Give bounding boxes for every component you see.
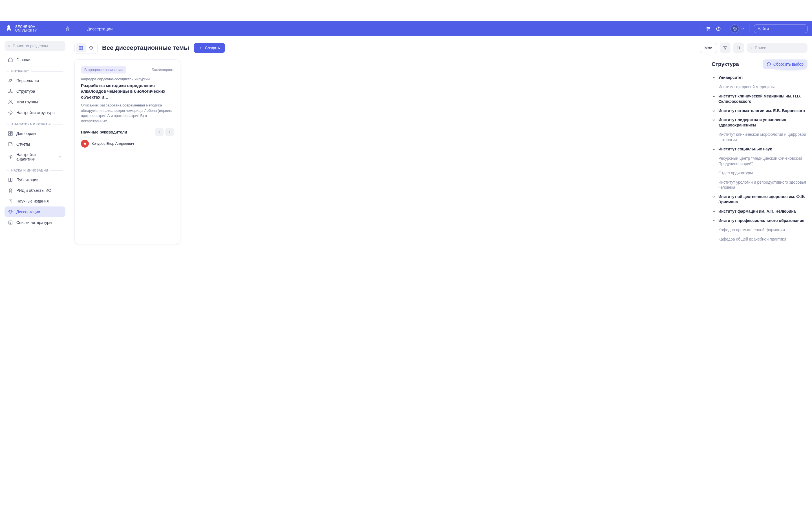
nav-label: Персоналии [16, 78, 39, 83]
tree-item[interactable]: Кафедра общей врачебной практики [712, 235, 808, 244]
mine-filter-button[interactable]: Мои [700, 43, 717, 53]
view-toggle [74, 42, 98, 54]
nav-bibliography[interactable]: Списки литературы [4, 217, 65, 228]
create-button[interactable]: Создать [194, 43, 225, 53]
app-header: SECHENOV UNIVERSITY Диссертации [0, 21, 812, 36]
svg-point-41 [751, 47, 752, 48]
nav-my-groups[interactable]: Мои группы [4, 97, 65, 107]
help-icon[interactable] [716, 26, 721, 32]
settings-sliders-icon[interactable] [705, 26, 711, 32]
nav-home[interactable]: Главная [4, 54, 65, 65]
tree-item[interactable]: Институт цифровой медицины [712, 82, 808, 92]
sidebar-search-input[interactable] [13, 44, 62, 48]
sidebar-search[interactable] [4, 41, 65, 51]
tree-label: Институт общественного здоровья им. Ф.Ф.… [718, 194, 808, 205]
nav-label: Настройки аналитики [16, 152, 55, 161]
tree-item[interactable]: Отдел ординатуры [712, 168, 808, 178]
pin-icon[interactable] [65, 26, 70, 31]
svg-point-10 [718, 30, 719, 30]
svg-point-19 [11, 79, 12, 80]
nav-label: Диссертации [16, 210, 40, 214]
chevron-up-icon [712, 75, 716, 80]
filter-button[interactable] [720, 43, 730, 53]
svg-point-21 [8, 92, 9, 93]
tree-item[interactable]: Ресурсный центр "Медицинский Сеченовский… [712, 154, 808, 168]
supervisor-prev-button[interactable] [155, 128, 163, 136]
user-menu[interactable] [730, 24, 745, 33]
tree-label: Отдел ординатуры [718, 170, 753, 176]
tree-item[interactable]: Институт лидерства и управления здравоох… [712, 115, 808, 130]
gear-icon [8, 110, 13, 115]
svg-point-25 [10, 112, 11, 114]
chevron-right-icon [167, 130, 171, 134]
award-icon [8, 188, 13, 193]
tree-label: Институт урологии и репродуктивного здор… [718, 180, 808, 190]
reset-icon [767, 62, 771, 66]
structure-panel: Структура Сбросить выбор Университет Инс… [712, 59, 808, 244]
tree-item[interactable]: Институт урологии и репродуктивного здор… [712, 178, 808, 192]
svg-point-16 [8, 45, 10, 47]
tree-item[interactable]: Институт клинической морфологии и цифров… [712, 130, 808, 145]
tree-item[interactable]: Институт фармации им. А.П. Нелюбина [712, 207, 808, 216]
svg-rect-26 [8, 131, 10, 133]
nav-dissertations[interactable]: Диссертации [4, 207, 65, 217]
nav-label: Главная [16, 57, 31, 62]
chevron-down-icon [712, 118, 716, 122]
svg-rect-27 [11, 131, 12, 133]
nav-dashboards[interactable]: Дашборды [4, 128, 65, 139]
supervisor[interactable]: Кочуров Егор Андреевич [81, 140, 174, 148]
tree-item[interactable]: Институт социальных наук [712, 145, 808, 154]
tree-item[interactable]: Институт клинической медицины им. Н.В. С… [712, 92, 808, 106]
supervisor-next-button[interactable] [165, 128, 174, 136]
journal-icon [8, 199, 13, 204]
nav-structure-settings[interactable]: Настройки структуры [4, 107, 65, 118]
logo-icon [4, 24, 13, 33]
nav-structure[interactable]: Структура [4, 86, 65, 97]
svg-point-12 [733, 27, 736, 30]
tree-label: Университет [718, 75, 743, 80]
tree-label: Институт клинической медицины им. Н.В. С… [718, 94, 808, 104]
tree-root[interactable]: Университет [712, 73, 808, 82]
nav-personalii[interactable]: Персоналии [4, 75, 65, 86]
nav-section-science: НАУКА И ИННОВАЦИИ [4, 169, 65, 172]
main-search-input[interactable] [755, 46, 804, 50]
sort-button[interactable] [733, 43, 744, 53]
nav-label: Мои группы [16, 100, 38, 104]
structure-title: Структура [712, 61, 739, 67]
dissertation-card[interactable]: В процессе написания Бакалавриат Кафедра… [74, 59, 180, 244]
tree-item[interactable]: Кафедра промышленной фармации [712, 225, 808, 235]
tree-label: Кафедра общей врачебной практики [718, 237, 786, 242]
nav-label: Научные издания [16, 199, 49, 203]
nav-analytics-settings[interactable]: Настройки аналитики [4, 150, 65, 164]
nav-reports[interactable]: Отчеты [4, 139, 65, 150]
tree-label: Институт лидерства и управления здравоох… [718, 117, 808, 128]
nav-journals[interactable]: Научные издания [4, 196, 65, 207]
logo-line2: UNIVERSITY [15, 29, 37, 33]
chevron-down-icon [741, 27, 745, 31]
create-label: Создать [205, 46, 220, 50]
global-search-input[interactable] [758, 26, 807, 31]
star-icon [83, 142, 87, 146]
view-list-button[interactable] [86, 43, 96, 52]
tree-item[interactable]: Институт стоматологии им. Е.В. Боровског… [712, 106, 808, 115]
main-content: Все диссертационные темы Создать Мои [70, 36, 812, 507]
main-search[interactable] [747, 43, 808, 53]
nav-publications[interactable]: Публикации [4, 174, 65, 185]
chevron-down-icon [58, 155, 62, 159]
nav-rid[interactable]: РИД и объекты ИС [4, 185, 65, 196]
org-icon [8, 89, 13, 94]
reset-selection-button[interactable]: Сбросить выбор [763, 59, 808, 69]
tree-item[interactable]: Институт общественного здоровья им. Ф.Ф.… [712, 192, 808, 207]
view-cards-button[interactable] [76, 43, 86, 52]
search-icon [750, 46, 753, 50]
department: Кафедра сердечно-сосудистой хирургии [81, 77, 174, 81]
chevron-down-icon [712, 209, 716, 214]
svg-point-1 [10, 30, 11, 31]
chevron-down-icon [712, 109, 716, 113]
filter-icon [723, 46, 727, 50]
logo[interactable]: SECHENOV UNIVERSITY [4, 24, 37, 33]
global-search[interactable] [754, 24, 808, 33]
breadcrumb[interactable]: Диссертации [87, 26, 112, 31]
reset-label: Сбросить выбор [773, 62, 804, 66]
tree-item[interactable]: Институт профессионального образования [712, 216, 808, 225]
